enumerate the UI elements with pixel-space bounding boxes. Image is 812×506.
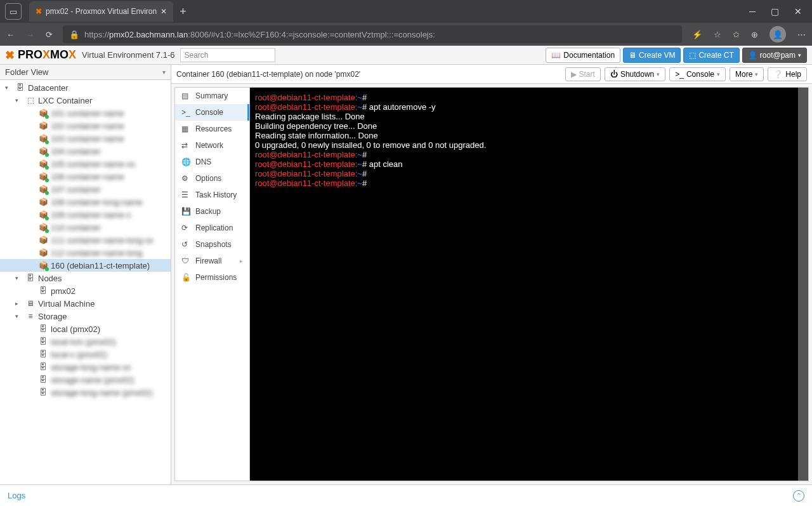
user-icon: 👤 [748,51,757,60]
favorite-icon[interactable]: ☆ [714,30,721,39]
expand-icon: ▸ [15,300,23,307]
favorites-bar-icon[interactable]: ✩ [733,30,740,39]
tree-item[interactable]: 🗄local-lvm (pmx02) [0,335,171,348]
logs-button[interactable]: Logs [8,491,25,500]
create-vm-button[interactable]: 🖥Create VM [623,48,681,63]
cube-run-icon: 📦 [38,222,48,232]
submenu-snapshots[interactable]: ↺Snapshots [175,236,249,253]
view-selector[interactable]: Folder View ▾ [0,65,171,80]
submenu-dns[interactable]: 🌐DNS [175,154,249,170]
tree-item[interactable]: 📦105 container-name-xx [0,157,171,170]
submenu-options[interactable]: ⚙Options [175,170,249,187]
submenu-firewall[interactable]: 🛡Firewall▸ [175,253,249,269]
submenu-resources[interactable]: ▦Resources [175,121,249,137]
url-bar[interactable]: 🔒 https://pmx02.bachmann.lan:8006/#v1:0:… [63,25,682,43]
tree-item[interactable]: 📦104 container [0,145,171,157]
back-icon[interactable]: ← [6,30,15,39]
tree-item-label: Nodes [38,274,62,283]
tree-item[interactable]: 📦103 container-name [0,132,171,145]
browser-tab[interactable]: ✖ pmx02 - Proxmox Virtual Environ ✕ [29,1,173,22]
new-tab-button[interactable]: + [173,5,193,18]
disk-icon: 🗄 [38,336,48,347]
tree-item[interactable]: 🗄storage-name (pmx02) [0,373,171,386]
submenu-summary[interactable]: ▤Summary [175,88,249,104]
more-icon[interactable]: ⋯ [797,30,806,39]
submenu-label: Console [195,108,223,117]
cube-stop-icon: 📦 [38,197,48,207]
tree-item-label: local (pmx02) [51,324,100,334]
user-button[interactable]: 👤root@pam▾ [742,48,807,63]
submenu-label: Replication [195,223,233,232]
console-button[interactable]: >_Console▾ [669,67,726,81]
tree-item[interactable]: 🗄pmx02 [0,284,171,297]
footer: Logs ⌃ [0,484,812,506]
tree-item[interactable]: ▾🗄Datacenter [0,81,171,94]
cube-run-icon: 📦 [38,133,48,143]
tree-item[interactable]: 🗄local (pmx02) [0,323,171,335]
tree-item[interactable]: 📦107 container [0,183,171,196]
tree-item[interactable]: 🗄local-x (pmx02) [0,348,171,361]
terminal[interactable]: root@debian11-ct-template:~# root@debian… [250,88,808,481]
close-window-icon[interactable]: ✕ [794,6,802,17]
expand-icon: ▾ [15,97,23,103]
documentation-button[interactable]: 📖Documentation [546,48,620,63]
collections-icon[interactable]: ⊕ [751,30,758,39]
cube-stop-icon: 📦 [38,121,48,131]
monitor-icon: 🖥 [629,51,636,60]
browser-tab-bar: ▭ ✖ pmx02 - Proxmox Virtual Environ ✕ + … [0,0,812,23]
tree-item[interactable]: 📦112 container-name-long [0,246,171,259]
cube-run-icon: 📦 [38,184,48,194]
cube-run-icon: 📦 [38,108,48,118]
cube-run-icon: 📦 [38,146,48,156]
maximize-icon[interactable]: ▢ [771,6,779,17]
tree-item[interactable]: 🗄storage-long-name-xx [0,361,171,373]
tree-item[interactable]: 🗄storage-long-name (pmx02) [0,386,171,399]
tree-item-label: 108 container-long-name [51,197,143,207]
tab-close-icon[interactable]: ✕ [160,7,167,16]
more-button[interactable]: More▾ [730,67,764,81]
proxmox-favicon-icon: ✖ [36,7,42,16]
disk-icon: 🗄 [38,375,48,385]
submenu-label: Permissions [195,273,237,282]
chevron-right-icon: ▸ [240,258,243,264]
tree-item[interactable]: 📦109 container-name-x [0,208,171,221]
help-button[interactable]: ❔Help [768,67,807,81]
tree-item[interactable]: ▸🖥Virtual Machine [0,297,171,310]
submenu-permissions[interactable]: 🔓Permissions [175,269,249,286]
tree-item[interactable]: 📦160 (debian11-ct-template) [0,259,171,272]
tree-item[interactable]: 📦110 container [0,221,171,234]
scrollbar[interactable] [798,88,808,481]
terminal-icon: >_ [675,70,684,79]
submenu-backup[interactable]: 💾Backup [175,203,249,220]
create-ct-button[interactable]: ⬚Create CT [683,48,739,63]
tree-item[interactable]: 📦106 container-name [0,170,171,183]
app-header: ✖ PROXMOX Virtual Environment 7.1-6 Sear… [0,46,812,65]
server-icon: 🗄 [15,83,25,93]
search-input[interactable]: Search [180,48,275,62]
disk-icon: 🗄 [38,324,48,334]
submenu-network[interactable]: ⇄Network [175,137,249,154]
tree-item[interactable]: ▾⬚LXC Container [0,94,171,107]
minimize-icon[interactable]: ─ [749,6,756,17]
tab-overview-button[interactable]: ▭ [5,3,22,20]
expand-up-icon[interactable]: ⌃ [793,490,804,502]
reader-icon[interactable]: ⚡ [692,30,702,39]
tree-item[interactable]: ▾🗄Nodes [0,272,171,284]
start-button[interactable]: ▶Start [565,67,601,81]
submenu-task-history[interactable]: ☰Task History [175,187,249,203]
profile-avatar-icon[interactable]: 👤 [769,26,786,43]
history-icon: ↺ [181,240,190,249]
tree-item[interactable]: ▾≡Storage [0,310,171,323]
resource-tree: ▾🗄Datacenter▾⬚LXC Container📦101 containe… [0,80,171,484]
submenu-replication[interactable]: ⟳Replication [175,220,249,236]
tree-item[interactable]: 📦101 container-name [0,107,171,119]
shutdown-button[interactable]: ⏻Shutdown▾ [605,67,665,81]
disk-icon: 🗄 [38,387,48,397]
tree-item[interactable]: 📦102 container-name [0,119,171,132]
reload-icon[interactable]: ⟳ [46,30,53,39]
tree-item[interactable]: 📦111 container-name-long-xx [0,234,171,246]
submenu-console[interactable]: >_Console [175,104,249,121]
chip-icon: ▦ [181,124,190,133]
tree-item[interactable]: 📦108 container-long-name [0,196,171,208]
expand-icon: ▾ [15,275,23,281]
